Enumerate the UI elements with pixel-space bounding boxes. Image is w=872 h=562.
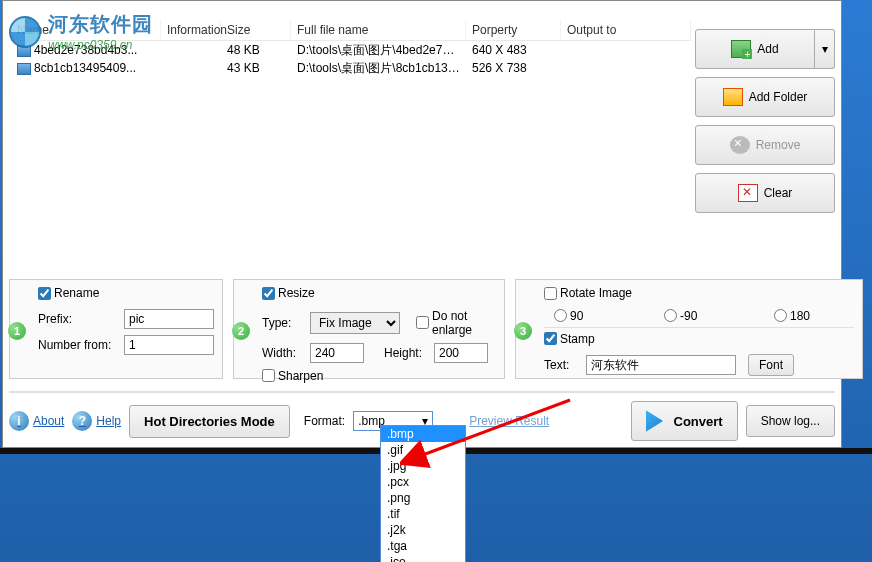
column-property[interactable]: Porperty [466, 20, 561, 40]
convert-button[interactable]: Convert [631, 401, 738, 441]
format-option-tga[interactable]: .tga [381, 538, 465, 554]
file-property: 640 X 483 [466, 41, 561, 59]
file-output [561, 66, 691, 70]
prefix-input[interactable] [124, 309, 214, 329]
column-name[interactable]: Name [11, 20, 161, 40]
format-option-ico[interactable]: .ico [381, 554, 465, 562]
stamp-checkbox[interactable]: Stamp [544, 332, 595, 346]
show-log-button[interactable]: Show log... [746, 405, 835, 437]
file-name: 8cb1cb13495409... [34, 61, 136, 75]
image-file-icon [17, 45, 31, 57]
format-dropdown: .bmp .gif .jpg .pcx .png .tif .j2k .tga … [380, 425, 466, 562]
height-input[interactable] [434, 343, 488, 363]
type-label: Type: [262, 316, 304, 330]
format-option-pcx[interactable]: .pcx [381, 474, 465, 490]
column-size[interactable]: Size [221, 20, 291, 40]
about-link[interactable]: iAbout [9, 411, 64, 431]
file-list: Name Information Size Full file name Por… [11, 19, 691, 274]
format-option-gif[interactable]: .gif [381, 442, 465, 458]
column-output-to[interactable]: Output to [561, 20, 691, 40]
folder-icon [723, 88, 743, 106]
rotate-180-radio[interactable]: 180 [774, 309, 854, 323]
stamp-text-input[interactable] [586, 355, 736, 375]
info-icon: i [9, 411, 29, 431]
number-from-input[interactable] [124, 335, 214, 355]
font-button[interactable]: Font [748, 354, 794, 376]
number-from-label: Number from: [38, 338, 118, 352]
step-3-badge: 3 [514, 322, 532, 340]
separator [544, 327, 854, 328]
prefix-label: Prefix: [38, 312, 118, 326]
width-label: Width: [262, 346, 304, 360]
clear-icon [738, 184, 758, 202]
play-icon [646, 410, 668, 432]
image-file-icon [17, 63, 31, 75]
step-1-badge: 1 [8, 322, 26, 340]
rotate-checkbox[interactable]: Rotate Image [544, 286, 632, 300]
stamp-text-label: Text: [544, 358, 580, 372]
column-full-file-name[interactable]: Full file name [291, 20, 466, 40]
column-information[interactable]: Information [161, 20, 221, 40]
add-button[interactable]: Add [695, 29, 815, 69]
file-row[interactable]: 8cb1cb13495409... 43 KB D:\tools\桌面\图片\8… [11, 59, 691, 77]
add-dropdown-button[interactable]: ▾ [815, 29, 835, 69]
preview-result-link[interactable]: Preview Result [469, 414, 549, 428]
format-option-png[interactable]: .png [381, 490, 465, 506]
options-row: 1 Rename Prefix: Number from: 2 Resize T… [9, 279, 835, 379]
file-output [561, 48, 691, 52]
format-label: Format: [304, 414, 345, 428]
file-info [161, 66, 221, 70]
rename-checkbox[interactable]: Rename [38, 286, 99, 300]
file-size: 43 KB [221, 59, 291, 77]
resize-checkbox[interactable]: Resize [262, 286, 315, 300]
resize-group: 2 Resize Type: Fix Image Do not enlarge … [233, 279, 505, 379]
chevron-down-icon: ▾ [822, 42, 828, 56]
remove-button[interactable]: Remove [695, 125, 835, 165]
add-icon [731, 40, 751, 58]
sharpen-checkbox[interactable]: Sharpen [262, 369, 342, 383]
rotate-neg90-radio[interactable]: -90 [664, 309, 744, 323]
rotate-stamp-group: 3 Rotate Image 90 -90 180 Stamp Text: Fo… [515, 279, 863, 379]
rename-group: 1 Rename Prefix: Number from: [9, 279, 223, 379]
step-2-badge: 2 [232, 322, 250, 340]
clear-button[interactable]: Clear [695, 173, 835, 213]
format-option-bmp[interactable]: .bmp [381, 426, 465, 442]
add-folder-button[interactable]: Add Folder [695, 77, 835, 117]
file-row[interactable]: 4bed2e738bd4b3... 48 KB D:\tools\桌面\图片\4… [11, 41, 691, 59]
format-option-jpg[interactable]: .jpg [381, 458, 465, 474]
file-size: 48 KB [221, 41, 291, 59]
format-option-j2k[interactable]: .j2k [381, 522, 465, 538]
file-property: 526 X 738 [466, 59, 561, 77]
remove-icon [730, 136, 750, 154]
hot-directories-button[interactable]: Hot Directories Mode [129, 405, 290, 438]
file-list-header: Name Information Size Full file name Por… [11, 19, 691, 41]
file-name: 4bed2e738bd4b3... [34, 43, 137, 57]
width-input[interactable] [310, 343, 364, 363]
help-link[interactable]: ?Help [72, 411, 121, 431]
type-select[interactable]: Fix Image [310, 312, 400, 334]
rotate-90-radio[interactable]: 90 [554, 309, 634, 323]
format-option-tif[interactable]: .tif [381, 506, 465, 522]
help-icon: ? [72, 411, 92, 431]
side-buttons: Add ▾ Add Folder Remove Clear [695, 29, 835, 221]
height-label: Height: [384, 346, 428, 360]
file-info [161, 48, 221, 52]
do-not-enlarge-checkbox[interactable]: Do not enlarge [416, 309, 496, 337]
file-full-name: D:\tools\桌面\图片\8cb1cb1349... [291, 58, 466, 79]
app-window: 河东软件园 www.pc0359.cn Name Information Siz… [2, 0, 842, 448]
